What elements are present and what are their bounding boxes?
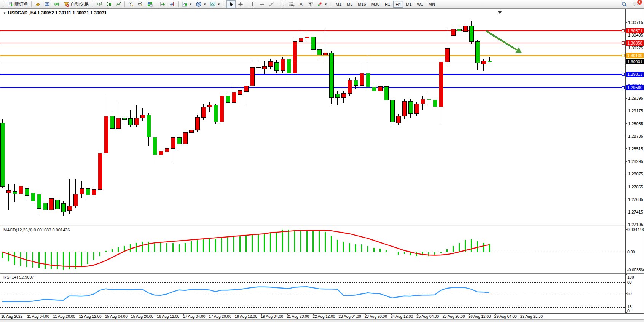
svg-text:1.29813: 1.29813 <box>627 72 642 77</box>
notifications-button[interactable]: 1 <box>631 0 640 8</box>
svg-text:12 Aug 12:00: 12 Aug 12:00 <box>79 314 102 319</box>
timeframe-m30-button[interactable]: M30 <box>369 1 382 8</box>
chart-shift-button[interactable] <box>167 0 177 8</box>
text-label-button[interactable]: T <box>306 0 315 8</box>
svg-text:-0.003566: -0.003566 <box>627 268 644 272</box>
vertical-line-button[interactable] <box>249 0 257 8</box>
timeframe-h4-button[interactable]: H4 <box>393 1 403 8</box>
new-order-icon <box>7 1 13 7</box>
signal-icon <box>54 1 60 7</box>
svg-text:▼: ▼ <box>3 11 6 15</box>
svg-text:29 Aug 04:00: 29 Aug 04:00 <box>494 314 517 319</box>
arrows-button[interactable]: ▼ <box>315 0 329 8</box>
notification-badge: 1 <box>637 0 642 5</box>
equidistant-channel-button[interactable]: E <box>276 0 286 8</box>
svg-text:1.30031: 1.30031 <box>627 59 642 64</box>
toolbar-drag-handle[interactable] <box>223 2 225 7</box>
search-button[interactable] <box>620 0 629 8</box>
toolbar-drag-handle[interactable] <box>92 2 93 7</box>
svg-text:1.30495: 1.30495 <box>628 33 643 37</box>
text-button[interactable]: A <box>297 0 305 8</box>
line-chart-icon <box>115 1 121 7</box>
usdcad-h4-chart[interactable]: 1.307151.304951.302751.300551.298351.296… <box>0 9 644 322</box>
toolbar-drag-handle[interactable] <box>3 2 4 7</box>
signal-button[interactable] <box>52 0 61 8</box>
toolbar: 新订单 <box>0 0 644 9</box>
timeframe-m5-button[interactable]: M5 <box>344 1 355 8</box>
svg-text:17 Aug 04:00: 17 Aug 04:00 <box>183 314 205 319</box>
bar-chart-button[interactable] <box>95 0 104 8</box>
zoom-in-icon <box>128 1 134 7</box>
separator <box>178 1 179 7</box>
svg-text:26 Aug 12:00: 26 Aug 12:00 <box>469 314 491 319</box>
svg-text:25 Aug 20:00: 25 Aug 20:00 <box>442 314 465 319</box>
timeframe-m15-button[interactable]: M15 <box>355 1 368 8</box>
timeframe-m1-button[interactable]: M1 <box>333 1 344 8</box>
trendline-button[interactable] <box>267 0 276 8</box>
text-icon: A <box>298 1 304 7</box>
svg-text:E: E <box>283 5 284 7</box>
new-order-button[interactable]: 新订单 <box>6 0 30 8</box>
svg-text:22 Aug 12:00: 22 Aug 12:00 <box>312 314 335 319</box>
profile-icon <box>44 1 50 7</box>
auto-trading-button[interactable]: 自动交易 <box>62 0 90 8</box>
svg-text:10 Aug 2022: 10 Aug 2022 <box>1 314 23 319</box>
svg-text:RSI(14) 52.9697: RSI(14) 52.9697 <box>3 275 34 279</box>
svg-text:25 Aug 04:00: 25 Aug 04:00 <box>416 314 439 319</box>
indicators-button[interactable]: ▼ <box>180 0 194 8</box>
fibonacci-icon: F <box>288 1 295 7</box>
chevron-down-icon: ▼ <box>324 3 327 6</box>
svg-text:15 Aug 04:00: 15 Aug 04:00 <box>105 314 128 319</box>
chevron-down-icon: ▼ <box>203 3 206 6</box>
time-axis: 10 Aug 202211 Aug 04:0011 Aug 20:0012 Au… <box>1 314 543 319</box>
svg-text:1.28295: 1.28295 <box>628 159 643 164</box>
svg-text:23 Aug 04:00: 23 Aug 04:00 <box>339 314 361 319</box>
arrows-icon <box>317 1 323 7</box>
symbols-button[interactable] <box>33 0 42 8</box>
periods-button[interactable]: ▼ <box>194 0 208 8</box>
symbols-icon <box>35 1 41 7</box>
equidistant-channel-icon: E <box>278 1 285 7</box>
svg-text:0: 0 <box>627 309 630 313</box>
mt4-window: 新订单 <box>0 0 644 322</box>
svg-text:1.28515: 1.28515 <box>628 147 643 151</box>
timeframe-mn-button[interactable]: MN <box>426 1 437 8</box>
zoom-in-button[interactable] <box>126 0 135 8</box>
separator <box>124 1 125 7</box>
timeframe-w1-button[interactable]: W1 <box>414 1 426 8</box>
svg-text:F: F <box>293 5 295 7</box>
svg-text:MACD(12,26,9) 0.001683 0.00143: MACD(12,26,9) 0.001683 0.001436 <box>3 228 70 232</box>
svg-text:T: T <box>309 3 311 6</box>
horizontal-line-icon <box>259 1 265 7</box>
chevron-down-icon: ▼ <box>217 3 220 6</box>
auto-scroll-icon <box>159 1 166 7</box>
profile-button[interactable] <box>43 0 52 8</box>
chart-shift-icon <box>169 1 175 7</box>
svg-text:USDCAD-,H4 1.30052 1.30111 1.: USDCAD-,H4 1.30052 1.30111 1.30031 1.300… <box>8 10 107 16</box>
horizontal-line-button[interactable] <box>257 0 266 8</box>
trendline-icon <box>268 1 274 7</box>
svg-text:1.27415: 1.27415 <box>628 210 643 214</box>
auto-trading-label: 自动交易 <box>70 1 89 8</box>
chart-canvas[interactable]: 1.307151.304951.302751.300551.298351.296… <box>0 9 644 322</box>
zoom-out-button[interactable] <box>136 0 145 8</box>
candlestick-chart-button[interactable] <box>104 0 113 8</box>
templates-button[interactable]: ▼ <box>208 0 222 8</box>
timeframe-h1-button[interactable]: H1 <box>383 1 392 8</box>
separator <box>156 1 156 7</box>
svg-text:1.29580: 1.29580 <box>627 85 642 90</box>
crosshair-button[interactable] <box>236 0 245 8</box>
toolbar-drag-handle[interactable] <box>330 2 332 7</box>
timeframe-d1-button[interactable]: D1 <box>404 1 414 8</box>
text-label-icon: T <box>307 1 313 7</box>
svg-text:21 Aug 23:00: 21 Aug 23:00 <box>287 314 309 319</box>
svg-text:1.27195: 1.27195 <box>628 222 643 227</box>
tile-windows-button[interactable] <box>145 0 155 8</box>
line-chart-button[interactable] <box>114 0 123 8</box>
svg-text:29 Aug 20:00: 29 Aug 20:00 <box>520 314 543 319</box>
candlestick-chart-icon <box>106 1 112 7</box>
auto-scroll-button[interactable] <box>158 0 167 8</box>
cursor-button[interactable] <box>226 0 236 8</box>
periods-icon <box>196 1 202 7</box>
fibonacci-button[interactable]: F <box>287 0 296 8</box>
